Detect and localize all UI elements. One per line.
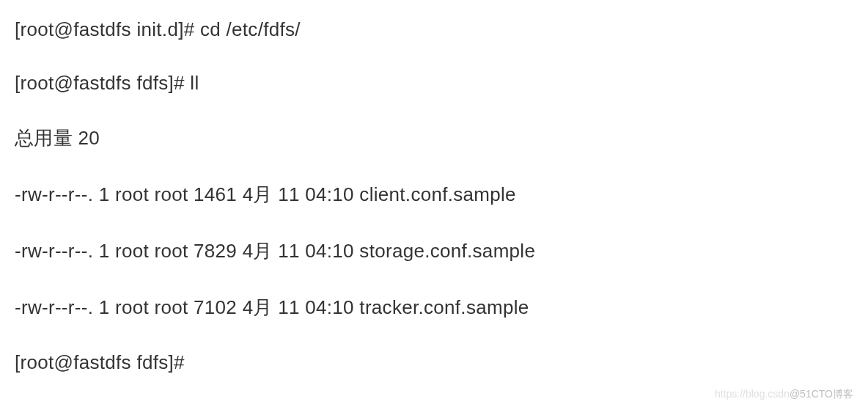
terminal-line: -rw-r--r--. 1 root root 1461 4月 11 04:10… [15,182,853,208]
terminal-line: -rw-r--r--. 1 root root 7829 4月 11 04:10… [15,238,853,264]
watermark: https://blog.csdn@51CTO博客 [715,388,853,401]
terminal-line: [root@fastdfs init.d]# cd /etc/fdfs/ [15,18,853,41]
terminal-line: -rw-r--r--. 1 root root 7102 4月 11 04:10… [15,295,853,320]
watermark-cto: @51CTO博客 [790,388,853,400]
terminal-line: 总用量 20 [15,125,853,151]
watermark-blog: https://blog.csdn [715,388,790,400]
terminal-output: [root@fastdfs init.d]# cd /etc/fdfs/ [ro… [15,18,853,374]
terminal-line: [root@fastdfs fdfs]# ll [15,72,853,95]
terminal-line: [root@fastdfs fdfs]# [15,351,853,374]
